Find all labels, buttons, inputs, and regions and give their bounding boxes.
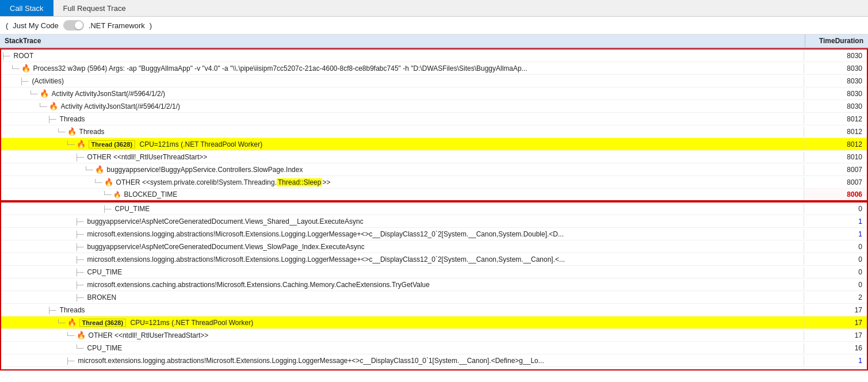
- stack-text: OTHER <<system.private.corelib!System.Th…: [116, 178, 331, 186]
- stack-text: microsoft.extensions.logging.abstraction…: [87, 230, 564, 238]
- toggle-knob: [75, 21, 83, 29]
- table-row: ├─OTHER <<ntdll!_RtlUserThreadStart>>801…: [1, 151, 867, 163]
- tree-icon: └─: [29, 90, 38, 97]
- tree-icon: ├─: [75, 154, 84, 161]
- fire-icon: 🔥: [49, 102, 58, 110]
- tab-call-stack[interactable]: Call Stack: [0, 0, 53, 16]
- duration-cell: 8030: [804, 101, 867, 112]
- table-row: └─🔥Activity ActivityJsonStart(/#5964/1/2…: [1, 87, 867, 100]
- stack-cell: ├─microsoft.extensions.caching.abstracti…: [1, 280, 804, 290]
- table-row: └─🔥Process32 w3wp (5964) Args: -ap "Bugg…: [1, 62, 867, 75]
- fire-icon: 🔥: [113, 191, 121, 198]
- table-row: ├─microsoft.extensions.caching.abstracti…: [1, 278, 867, 291]
- stack-text: Threads: [79, 128, 105, 136]
- stack-cell: ├─microsoft.extensions.logging.abstracti…: [1, 254, 804, 265]
- thread-badge: Thread (3628): [79, 319, 127, 327]
- duration-cell: 17: [804, 305, 867, 315]
- duration-cell: 2: [804, 292, 867, 303]
- fire-icon: 🔥: [77, 331, 86, 339]
- stack-text: Thread (3628) CPU=121ms (.NET ThreadPool…: [79, 319, 254, 327]
- stack-cell: ├─CPU_TIME: [1, 267, 804, 277]
- stack-text: CPU_TIME: [87, 344, 123, 352]
- duration-cell: 17: [804, 318, 867, 328]
- stack-cell: ├─Threads: [1, 305, 804, 315]
- tree-icon: └─: [84, 166, 93, 173]
- stack-text: microsoft.extensions.logging.abstraction…: [78, 357, 544, 365]
- col-header-stack: StackTrace: [0, 35, 805, 47]
- tree-icon: ├─: [75, 256, 84, 263]
- duration-cell: 8012: [804, 127, 867, 137]
- stack-text: CPU_TIME: [87, 268, 123, 276]
- tree-icon: ├─: [1, 52, 10, 59]
- toolbar-prefix: (: [6, 21, 8, 30]
- stack-cell: ├─buggyappservice!AspNetCoreGeneratedDoc…: [1, 216, 804, 227]
- tree-icon: └─: [102, 191, 112, 198]
- stack-cell: └─🔥Thread (3628) CPU=121ms (.NET ThreadP…: [1, 317, 804, 328]
- tree-icon: ├─: [66, 370, 75, 371]
- stack-text: Threads: [60, 306, 85, 314]
- duration-cell: 8012: [804, 139, 867, 150]
- table-row: ├─buggyappservice!AspNetCoreGeneratedDoc…: [1, 215, 867, 228]
- tree-icon: └─: [66, 332, 75, 339]
- stack-cell: └─🔥buggyappservice!BuggyAppService.Contr…: [1, 164, 804, 175]
- stack-text: OTHER <<ntdll!_RtlUserThreadStart>>: [89, 331, 209, 339]
- table-row: ├─microsoft.extensions.logging.abstracti…: [1, 253, 867, 266]
- toolbar-suffix: ): [150, 21, 152, 30]
- just-my-code-toggle[interactable]: [63, 20, 84, 30]
- stack-text: microsoft.extensions.logging.abstraction…: [87, 255, 565, 263]
- table-header: StackTrace TimeDuration: [0, 35, 868, 48]
- duration-cell: 8010: [804, 152, 867, 162]
- duration-cell: 0: [804, 242, 867, 252]
- duration-cell: 1: [804, 356, 867, 366]
- duration-cell: 0: [804, 280, 867, 290]
- table-row: ├─ROOT8030: [1, 49, 867, 62]
- stack-text: ROOT: [14, 52, 34, 60]
- tab-full-request-trace[interactable]: Full Request Trace: [53, 0, 136, 16]
- stack-text: Process32 w3wp (5964) Args: -ap "BuggyAl…: [33, 64, 527, 72]
- duration-cell: 1: [804, 368, 867, 371]
- stack-text: buggyappservice!AspNetCoreGeneratedDocum…: [87, 217, 364, 226]
- stack-cell: └─🔥OTHER <<ntdll!_RtlUserThreadStart>>: [1, 330, 804, 341]
- fire-icon: 🔥: [77, 140, 86, 148]
- thread-badge: Thread (3628): [89, 140, 136, 148]
- duration-cell: 0: [804, 267, 867, 277]
- tree-icon: ├─: [102, 205, 112, 212]
- main-container: StackTrace TimeDuration ├─ROOT8030└─🔥Pro…: [0, 35, 868, 370]
- tree-icon: ├─: [20, 78, 29, 85]
- stack-text: BLOCKED_TIME: [124, 190, 178, 198]
- table-row: ├─microsoft.extensions.logging.abstracti…: [1, 354, 867, 367]
- table-row: └─🔥Activity ActivityJsonStart(/#5964/1/2…: [1, 100, 867, 113]
- fire-icon: 🔥: [104, 178, 113, 186]
- table-row: └─🔥OTHER <<ntdll!_RtlUserThreadStart>>17: [1, 329, 867, 342]
- tree-icon: ├─: [75, 281, 84, 288]
- stack-text: CPU_TIME: [115, 205, 150, 213]
- stack-cell: ├─microsoft.extensions.logging.abstracti…: [1, 368, 804, 371]
- stack-cell: └─🔥Thread (3628) CPU=121ms (.NET ThreadP…: [1, 139, 804, 150]
- table-row: └─🔥Threads8012: [1, 125, 867, 138]
- duration-cell: 8030: [804, 63, 867, 74]
- table-row: ├─BROKEN2: [1, 291, 867, 304]
- tabs-bar: Call Stack Full Request Trace: [0, 0, 868, 17]
- duration-cell: 16: [804, 343, 867, 353]
- stack-cell: ├─OTHER <<ntdll!_RtlUserThreadStart>>: [1, 152, 804, 162]
- duration-cell: 1: [804, 229, 867, 239]
- duration-cell: 0: [804, 204, 867, 214]
- fire-icon: 🔥: [21, 64, 30, 72]
- tree-icon: ├─: [75, 243, 84, 250]
- table-row: └─🔥BLOCKED_TIME8006: [1, 189, 867, 201]
- table-row: ├─Threads8012: [1, 113, 867, 125]
- table-row: ├─CPU_TIME0: [1, 203, 867, 215]
- stack-cell: ├─Threads: [1, 114, 804, 124]
- stack-cell: ├─ROOT: [1, 51, 804, 61]
- stack-cell: └─🔥Activity ActivityJsonStart(/#5964/1/2…: [1, 101, 804, 112]
- table-row: ├─microsoft.extensions.logging.abstracti…: [1, 367, 867, 370]
- toolbar: ( Just My Code .NET Framework ): [0, 17, 868, 35]
- fire-icon: 🔥: [95, 165, 104, 174]
- duration-cell: 8007: [804, 165, 867, 175]
- table-row: └─🔥buggyappservice!BuggyAppService.Contr…: [1, 163, 867, 176]
- stack-cell: ├─(Activities): [1, 76, 804, 86]
- table-body[interactable]: ├─ROOT8030└─🔥Process32 w3wp (5964) Args:…: [0, 48, 868, 370]
- duration-cell: 8007: [804, 177, 867, 188]
- tree-icon: ├─: [75, 294, 84, 301]
- fire-icon: 🔥: [67, 318, 77, 327]
